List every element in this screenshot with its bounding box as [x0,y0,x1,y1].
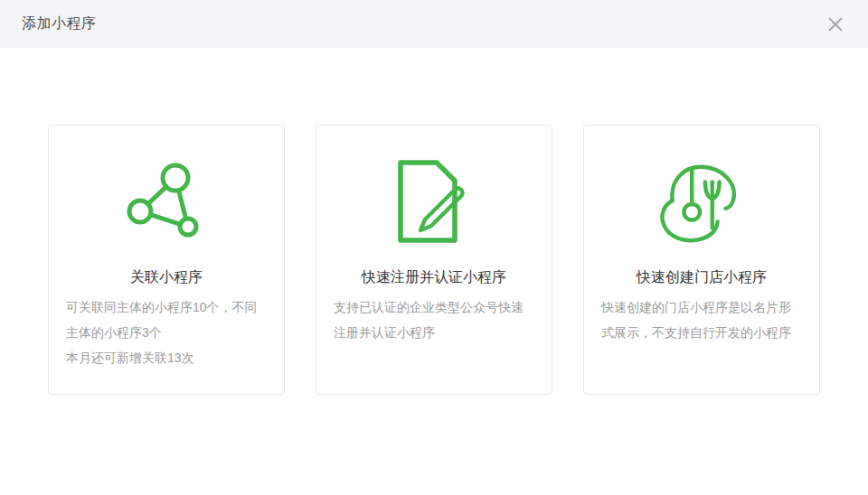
dialog-title: 添加小程序 [22,14,97,33]
card-desc-line: 可关联同主体的小程序10个，不同主体的小程序3个 [66,294,267,345]
register-doc-pencil-icon [396,159,472,244]
card-desc-line: 快速创建的门店小程序是以名片形式展示，不支持自行开发的小程序 [601,294,802,345]
add-miniprogram-dialog: 添加小程序 关联小程序 可关 [0,0,868,495]
card-title: 快速注册并认证小程序 [334,266,534,288]
card-description: 可关联同主体的小程序10个，不同主体的小程序3个本月还可新增关联13次 [66,294,267,370]
link-nodes-icon [125,160,208,243]
miniprogram-option-card[interactable]: 快速注册并认证小程序 支持已认证的企业类型公众号快速注册并认证小程序 [316,125,552,395]
card-description: 快速创建的门店小程序是以名片形式展示，不支持自行开发的小程序 [601,294,802,345]
card-title: 关联小程序 [66,266,267,288]
store-fork-icon [657,158,746,245]
card-icon-box [334,142,534,261]
miniprogram-option-card[interactable]: 快速创建门店小程序 快速创建的门店小程序是以名片形式展示，不支持自行开发的小程序 [583,125,820,395]
card-list: 关联小程序 可关联同主体的小程序10个，不同主体的小程序3个本月还可新增关联13… [0,125,868,395]
card-icon-box [66,142,267,261]
dialog-header: 添加小程序 [0,0,868,48]
card-description: 支持已认证的企业类型公众号快速注册并认证小程序 [334,294,534,345]
card-title: 快速创建门店小程序 [601,266,802,288]
card-desc-line: 支持已认证的企业类型公众号快速注册并认证小程序 [334,294,534,345]
close-icon [827,16,844,33]
card-icon-box [601,142,802,261]
close-button[interactable] [823,12,848,37]
miniprogram-option-card[interactable]: 关联小程序 可关联同主体的小程序10个，不同主体的小程序3个本月还可新增关联13… [48,125,285,395]
card-desc-line: 本月还可新增关联13次 [66,345,267,370]
